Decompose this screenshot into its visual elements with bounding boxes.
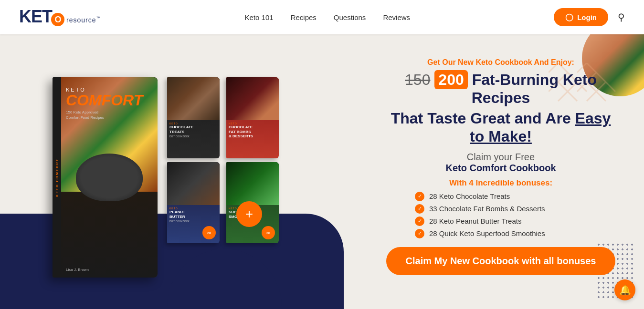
check-icon-4: ✓ <box>415 229 424 238</box>
book3-sub: DIET COOKBOOK <box>169 220 217 223</box>
book-author: Lisa J. Brown <box>66 268 89 272</box>
nav-keto101[interactable]: Keto 101 <box>245 13 274 21</box>
book3-image <box>167 162 220 205</box>
notification-bell[interactable]: 🔔 <box>614 279 635 300</box>
headline-number: 200 <box>434 70 467 89</box>
headline-strikethrough: 150 <box>405 71 430 88</box>
user-icon: ◯ <box>565 13 573 21</box>
search-button[interactable]: ⚲ <box>618 11 625 23</box>
logo[interactable]: KETO resource™ <box>19 8 101 26</box>
small-book-1: KETO CHOCOLATETREATS DIET COOKBOOK <box>167 77 220 158</box>
main-book-spine: KETO COMFORT <box>53 77 61 278</box>
bell-icon: 🔔 <box>619 284 631 296</box>
book1-image <box>167 77 220 120</box>
bonus-list: ✓ 28 Keto Chocolate Treats ✓ 33 Chocolat… <box>415 192 615 238</box>
nav-actions: ◯ Login ⚲ <box>554 8 625 26</box>
bonus-3-text: 28 Keto Peanut Butter Treats <box>429 217 521 225</box>
check-icon-2: ✓ <box>415 204 424 214</box>
bonus-1-text: 28 Keto Chocolate Treats <box>429 192 510 200</box>
book-title: COMFORT <box>66 93 158 108</box>
header: KETO resource™ Keto 101 Recipes Question… <box>0 0 644 34</box>
spine-text: KETO COMFORT <box>55 158 59 197</box>
nav-questions[interactable]: Questions <box>334 13 366 21</box>
login-button[interactable]: ◯ Login <box>554 8 608 26</box>
bonus-2-text: 33 Chocolate Fat Bombs & Desserts <box>429 205 545 213</box>
main-book-title: KETO COMFORT 150 Keto ApprovedComfort Fo… <box>66 87 158 120</box>
books-container: KETO COMFORT KETO COMFORT 150 Keto Appro… <box>48 63 325 306</box>
headline: 150 200 Fat-Burning Keto Recipes <box>386 71 615 107</box>
book3-label: KETO PEANUTBUTTER DIET COOKBOOK <box>167 205 220 225</box>
small-book-2: KETO ChocolateFat Bombs& Desserts <box>226 77 279 158</box>
check-icon-3: ✓ <box>415 216 424 226</box>
list-item: ✓ 28 Quick Keto Superfood Smoothies <box>415 229 615 238</box>
logo-resource: resource™ <box>66 16 101 24</box>
logo-text: KETO <box>19 8 64 26</box>
blue-semicircle <box>167 249 282 306</box>
plus-symbol: + <box>236 201 262 227</box>
food-bowl <box>76 154 143 201</box>
book2-image <box>226 77 279 120</box>
nav-reviews[interactable]: Reviews <box>383 13 410 21</box>
book4-badge: 28 <box>262 226 275 239</box>
subheadline-strong: Keto Comfort Cookbook <box>445 163 556 173</box>
logo-tm: ™ <box>96 16 101 21</box>
logo-o: O <box>51 13 64 26</box>
main-book-content: KETO COMFORT 150 Keto ApprovedComfort Fo… <box>61 77 158 278</box>
right-content: Get Our New Keto Cookbook And Enjoy: 150… <box>386 58 615 275</box>
book1-label: KETO CHOCOLATETREATS DIET COOKBOOK <box>167 120 220 140</box>
nav-recipes[interactable]: Recipes <box>291 13 317 21</box>
bonuses-title: With 4 Incredible bonuses: <box>386 178 615 188</box>
small-book-3: KETO PEANUTBUTTER DIET COOKBOOK 28 <box>167 162 220 243</box>
book1-title: CHOCOLATETREATS <box>169 125 217 134</box>
book-subtitle: 150 Keto ApprovedComfort Food Recipes <box>66 110 158 120</box>
hero-section: KETO COMFORT KETO COMFORT 150 Keto Appro… <box>0 34 644 309</box>
subheadline: Claim your Free Keto Comfort Cookbook <box>386 152 615 174</box>
tagline: Get Our New Keto Cookbook And Enjoy: <box>386 58 615 67</box>
book4-image <box>226 162 279 205</box>
book3-badge: 28 <box>202 226 216 239</box>
small-books-grid: KETO CHOCOLATETREATS DIET COOKBOOK KETO … <box>167 77 282 243</box>
check-icon-1: ✓ <box>415 192 424 201</box>
main-book: KETO COMFORT KETO COMFORT 150 Keto Appro… <box>53 77 158 278</box>
cta-button[interactable]: Claim My New Cookbook with all bonuses <box>386 247 615 275</box>
list-item: ✓ 28 Keto Peanut Butter Treats <box>415 216 615 226</box>
list-item: ✓ 28 Keto Chocolate Treats <box>415 192 615 201</box>
book2-label: KETO ChocolateFat Bombs& Desserts <box>226 120 279 141</box>
list-item: ✓ 33 Chocolate Fat Bombs & Desserts <box>415 204 615 214</box>
book3-title: PEANUTBUTTER <box>169 210 217 219</box>
main-nav: Keto 101 Recipes Questions Reviews <box>245 13 411 21</box>
bonus-4-text: 28 Quick Keto Superfood Smoothies <box>429 229 545 237</box>
book1-sub: DIET COOKBOOK <box>169 135 217 138</box>
headline-line2: That Taste Great and Are Easy to Make! <box>386 109 615 146</box>
search-icon: ⚲ <box>618 12 625 22</box>
book2-title: ChocolateFat Bombs& Desserts <box>229 125 276 139</box>
